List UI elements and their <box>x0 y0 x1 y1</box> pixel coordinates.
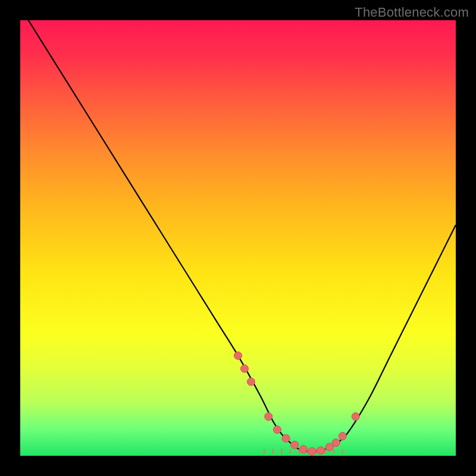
highlight-dot <box>339 433 346 440</box>
watermark-text: TheBottleneck.com <box>355 5 469 20</box>
highlight-dot <box>265 413 273 421</box>
highlight-dot <box>234 352 242 359</box>
highlight-dot <box>273 426 281 434</box>
bottleneck-chart <box>20 20 456 456</box>
highlight-dot <box>352 413 359 421</box>
highlight-dots <box>234 352 360 455</box>
chart-area <box>20 20 456 456</box>
highlight-dot <box>317 447 325 455</box>
highlight-dot <box>291 441 299 449</box>
bottleneck-curve <box>20 7 456 452</box>
highlight-dot <box>247 378 255 386</box>
highlight-dot <box>332 439 340 447</box>
highlight-dot <box>325 443 333 451</box>
highlight-dot <box>299 446 307 453</box>
highlight-dot <box>308 447 316 455</box>
highlight-dot <box>282 434 290 442</box>
highlight-dot <box>240 365 248 372</box>
